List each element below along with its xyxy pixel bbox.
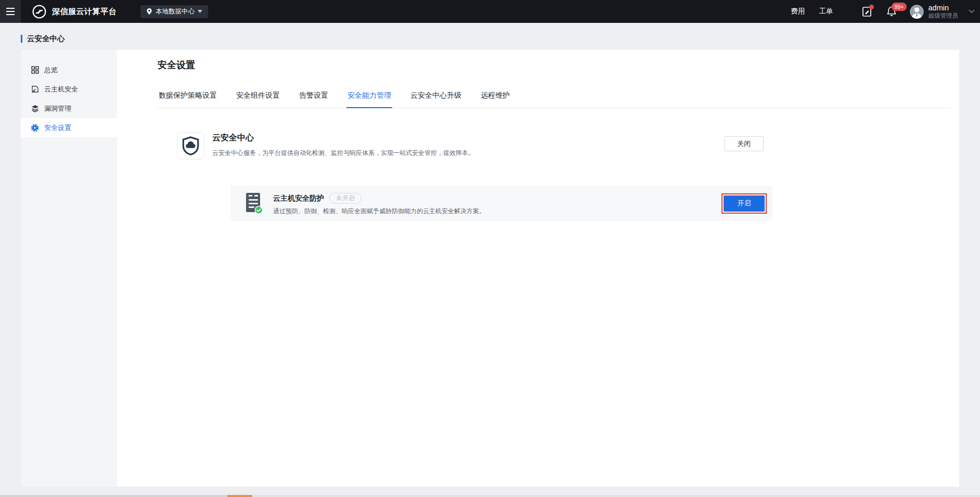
hamburger-menu-button[interactable] xyxy=(0,0,21,23)
tab-security-capability[interactable]: 安全能力管理 xyxy=(346,87,392,108)
sidebar-item-overview[interactable]: 总览 xyxy=(21,60,117,80)
tab-alert-settings[interactable]: 告警设置 xyxy=(298,87,329,108)
notice-dot-badge xyxy=(869,5,874,9)
datacenter-selector[interactable]: 本地数据中心 xyxy=(140,5,208,18)
service-card-title: 云安全中心 xyxy=(212,133,474,143)
page-title: 云安全中心 xyxy=(27,34,65,44)
tab-center-upgrade[interactable]: 云安全中心升级 xyxy=(409,87,462,108)
user-name: admin xyxy=(929,4,959,12)
sangfor-logo-icon xyxy=(32,5,46,19)
close-button[interactable]: 关闭 xyxy=(724,136,764,151)
server-check-icon xyxy=(244,192,263,214)
content-container: 总览 云主机安全 漏洞管理 安全设置 安全设置 数据保护策略设置 安全组件设置 xyxy=(21,50,959,487)
tickets-link[interactable]: 工单 xyxy=(819,7,833,16)
sidebar-item-security-settings[interactable]: 安全设置 xyxy=(21,118,117,137)
host-security-icon xyxy=(31,85,39,94)
bottom-edge-strip xyxy=(0,495,980,497)
sidebar-item-label: 云主机安全 xyxy=(44,85,78,94)
caret-down-icon xyxy=(198,10,202,13)
notifications-button[interactable]: 99+ xyxy=(887,6,896,17)
breadcrumb: 云安全中心 xyxy=(21,33,980,44)
user-chevron-down-icon[interactable] xyxy=(969,9,975,14)
bottom-strip-orange-segment xyxy=(227,495,252,497)
enable-button[interactable]: 开启 xyxy=(724,195,765,212)
sidebar-item-label: 漏洞管理 xyxy=(44,104,71,113)
sidebar-item-vulnerability[interactable]: 漏洞管理 xyxy=(21,99,117,118)
main-panel: 安全设置 数据保护策略设置 安全组件设置 告警设置 安全能力管理 云安全中心升级… xyxy=(117,50,959,487)
service-card-text: 云安全中心 云安全中心服务，为平台提供自动化检测、监控与响应体系，实现一站式安全… xyxy=(212,132,474,158)
user-role: 超级管理员 xyxy=(929,12,959,19)
breadcrumb-accent-bar xyxy=(21,35,22,43)
feature-card-description: 通过预防、防御、检测、响应全面赋予威胁防御能力的云主机安全解决方案。 xyxy=(273,208,485,214)
tab-remote-maintenance[interactable]: 远程维护 xyxy=(480,87,511,108)
top-header: 深信服云计算平台 本地数据中心 费用 工单 99+ admin 超级管理员 xyxy=(0,0,980,23)
tab-data-protection[interactable]: 数据保护策略设置 xyxy=(158,87,218,108)
tab-security-components[interactable]: 安全组件设置 xyxy=(235,87,281,108)
sidebar-item-label: 总览 xyxy=(44,66,58,75)
sidebar-item-host-security[interactable]: 云主机安全 xyxy=(21,80,117,99)
grid-icon xyxy=(31,66,39,74)
bottom-strip-light-segment xyxy=(252,495,980,497)
shield-cloud-icon xyxy=(182,136,199,155)
notification-count-badge: 99+ xyxy=(892,3,907,11)
datacenter-label: 本地数据中心 xyxy=(156,7,195,16)
tab-bar: 数据保护策略设置 安全组件设置 告警设置 安全能力管理 云安全中心升级 远程维护 xyxy=(158,87,950,108)
location-pin-icon xyxy=(146,8,152,15)
feature-card-title: 云主机安全防护 xyxy=(273,194,324,202)
gear-icon xyxy=(31,124,39,132)
service-icon-box xyxy=(177,132,204,160)
action-highlight-box: 开启 xyxy=(721,193,767,214)
fees-link[interactable]: 费用 xyxy=(791,7,805,16)
feature-card-host-protection: 云主机安全防护 未开启 通过预防、防御、检测、响应全面赋予威胁防御能力的云主机安… xyxy=(230,186,772,221)
feature-card-text: 云主机安全防护 未开启 通过预防、防御、检测、响应全面赋予威胁防御能力的云主机安… xyxy=(273,193,485,214)
avatar[interactable] xyxy=(910,5,924,19)
layers-icon xyxy=(31,104,39,113)
service-card-description: 云安全中心服务，为平台提供自动化检测、监控与响应体系，实现一站式安全管控，提效降… xyxy=(212,149,474,158)
user-menu[interactable]: admin 超级管理员 xyxy=(929,4,959,19)
document-notice-button[interactable] xyxy=(862,7,871,17)
hamburger-icon xyxy=(6,8,15,15)
sidebar-item-label: 安全设置 xyxy=(44,123,71,133)
service-card-cloud-security: 云安全中心 云安全中心服务，为平台提供自动化检测、监控与响应体系，实现一站式安全… xyxy=(177,132,764,160)
section-title: 安全设置 xyxy=(158,59,959,71)
sidebar: 总览 云主机安全 漏洞管理 安全设置 xyxy=(21,50,117,487)
status-badge: 未开启 xyxy=(329,193,362,204)
app-title: 深信服云计算平台 xyxy=(52,7,117,17)
